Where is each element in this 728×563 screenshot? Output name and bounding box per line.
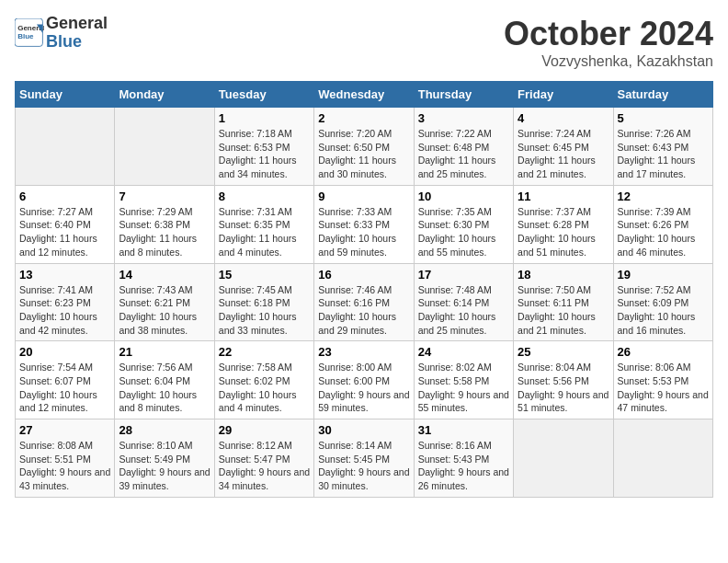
header-row: SundayMondayTuesdayWednesdayThursdayFrid…	[16, 82, 713, 108]
day-number: 13	[19, 268, 110, 282]
day-cell: 22Sunrise: 7:58 AMSunset: 6:02 PMDayligh…	[214, 341, 313, 419]
day-number: 30	[318, 423, 409, 437]
day-number: 21	[119, 345, 210, 359]
day-number: 9	[318, 190, 409, 203]
header-cell-sunday: Sunday	[16, 82, 115, 108]
day-number: 10	[418, 190, 509, 203]
day-info: Sunrise: 7:33 AMSunset: 6:33 PMDaylight:…	[318, 205, 409, 259]
day-cell: 8Sunrise: 7:31 AMSunset: 6:35 PMDaylight…	[214, 185, 313, 263]
header-cell-saturday: Saturday	[613, 82, 712, 108]
header-cell-tuesday: Tuesday	[214, 82, 313, 108]
day-cell: 27Sunrise: 8:08 AMSunset: 5:51 PMDayligh…	[16, 419, 115, 498]
header-cell-monday: Monday	[115, 82, 214, 108]
day-cell: 19Sunrise: 7:52 AMSunset: 6:09 PMDayligh…	[613, 263, 712, 341]
day-cell: 29Sunrise: 8:12 AMSunset: 5:47 PMDayligh…	[214, 419, 313, 498]
day-cell: 5Sunrise: 7:26 AMSunset: 6:43 PMDaylight…	[613, 108, 712, 186]
day-cell: 28Sunrise: 8:10 AMSunset: 5:49 PMDayligh…	[115, 419, 214, 498]
day-info: Sunrise: 8:16 AMSunset: 5:43 PMDaylight:…	[418, 439, 509, 493]
day-info: Sunrise: 8:14 AMSunset: 5:45 PMDaylight:…	[318, 439, 409, 493]
day-cell	[16, 108, 115, 186]
day-number: 19	[618, 268, 709, 282]
day-cell	[514, 419, 613, 498]
day-info: Sunrise: 7:41 AMSunset: 6:23 PMDaylight:…	[19, 283, 110, 338]
day-cell: 26Sunrise: 8:06 AMSunset: 5:53 PMDayligh…	[613, 341, 712, 419]
day-info: Sunrise: 7:56 AMSunset: 6:04 PMDaylight:…	[119, 361, 210, 415]
day-info: Sunrise: 7:50 AMSunset: 6:11 PMDaylight:…	[518, 283, 609, 338]
title-block: October 2024 Vozvyshenka, Kazakhstan	[504, 15, 713, 70]
day-number: 18	[518, 268, 609, 282]
day-cell: 10Sunrise: 7:35 AMSunset: 6:30 PMDayligh…	[414, 185, 513, 263]
day-number: 1	[219, 111, 310, 125]
logo-text: General Blue	[46, 15, 108, 52]
day-cell: 14Sunrise: 7:43 AMSunset: 6:21 PMDayligh…	[115, 263, 214, 341]
week-row-5: 27Sunrise: 8:08 AMSunset: 5:51 PMDayligh…	[16, 419, 713, 498]
day-info: Sunrise: 7:24 AMSunset: 6:45 PMDaylight:…	[518, 127, 609, 181]
location: Vozvyshenka, Kazakhstan	[504, 53, 713, 70]
week-row-1: 1Sunrise: 7:18 AMSunset: 6:53 PMDaylight…	[16, 108, 713, 186]
day-number: 2	[318, 111, 409, 125]
day-cell: 6Sunrise: 7:27 AMSunset: 6:40 PMDaylight…	[16, 185, 115, 263]
day-cell: 4Sunrise: 7:24 AMSunset: 6:45 PMDaylight…	[514, 108, 613, 186]
day-cell: 31Sunrise: 8:16 AMSunset: 5:43 PMDayligh…	[414, 419, 513, 498]
day-number: 7	[119, 190, 210, 203]
day-number: 8	[219, 190, 310, 203]
day-number: 28	[119, 423, 210, 437]
day-info: Sunrise: 7:27 AMSunset: 6:40 PMDaylight:…	[19, 205, 110, 259]
day-info: Sunrise: 7:37 AMSunset: 6:28 PMDaylight:…	[518, 205, 609, 259]
header-cell-friday: Friday	[514, 82, 613, 108]
day-info: Sunrise: 8:00 AMSunset: 6:00 PMDaylight:…	[318, 361, 409, 415]
day-number: 27	[19, 423, 110, 437]
day-number: 26	[618, 345, 709, 359]
day-info: Sunrise: 8:08 AMSunset: 5:51 PMDaylight:…	[19, 439, 110, 493]
day-info: Sunrise: 7:43 AMSunset: 6:21 PMDaylight:…	[119, 283, 210, 338]
day-number: 4	[518, 111, 609, 125]
day-info: Sunrise: 7:48 AMSunset: 6:14 PMDaylight:…	[418, 283, 509, 338]
day-cell: 11Sunrise: 7:37 AMSunset: 6:28 PMDayligh…	[514, 185, 613, 263]
week-row-2: 6Sunrise: 7:27 AMSunset: 6:40 PMDaylight…	[16, 185, 713, 263]
day-cell: 13Sunrise: 7:41 AMSunset: 6:23 PMDayligh…	[16, 263, 115, 341]
day-info: Sunrise: 7:31 AMSunset: 6:35 PMDaylight:…	[219, 205, 310, 259]
day-cell: 16Sunrise: 7:46 AMSunset: 6:16 PMDayligh…	[314, 263, 414, 341]
day-cell: 23Sunrise: 8:00 AMSunset: 6:00 PMDayligh…	[314, 341, 414, 419]
day-info: Sunrise: 7:39 AMSunset: 6:26 PMDaylight:…	[618, 205, 709, 259]
week-row-4: 20Sunrise: 7:54 AMSunset: 6:07 PMDayligh…	[16, 341, 713, 419]
day-number: 17	[418, 268, 509, 282]
day-cell	[115, 108, 214, 186]
day-number: 12	[618, 190, 709, 203]
day-cell: 20Sunrise: 7:54 AMSunset: 6:07 PMDayligh…	[16, 341, 115, 419]
day-info: Sunrise: 7:26 AMSunset: 6:43 PMDaylight:…	[618, 127, 709, 181]
calendar-table: SundayMondayTuesdayWednesdayThursdayFrid…	[15, 81, 713, 498]
day-number: 31	[418, 423, 509, 437]
week-row-3: 13Sunrise: 7:41 AMSunset: 6:23 PMDayligh…	[16, 263, 713, 341]
day-cell: 9Sunrise: 7:33 AMSunset: 6:33 PMDaylight…	[314, 185, 414, 263]
day-number: 15	[219, 268, 310, 282]
logo-icon: General Blue	[15, 18, 44, 48]
day-info: Sunrise: 7:35 AMSunset: 6:30 PMDaylight:…	[418, 205, 509, 259]
day-number: 23	[318, 345, 409, 359]
header-cell-wednesday: Wednesday	[314, 82, 414, 108]
day-cell: 15Sunrise: 7:45 AMSunset: 6:18 PMDayligh…	[214, 263, 313, 341]
day-number: 25	[518, 345, 609, 359]
day-info: Sunrise: 7:54 AMSunset: 6:07 PMDaylight:…	[19, 361, 110, 415]
day-cell: 21Sunrise: 7:56 AMSunset: 6:04 PMDayligh…	[115, 341, 214, 419]
day-info: Sunrise: 7:22 AMSunset: 6:48 PMDaylight:…	[418, 127, 509, 181]
month-title: October 2024	[504, 15, 713, 53]
day-info: Sunrise: 8:12 AMSunset: 5:47 PMDaylight:…	[219, 439, 310, 493]
day-cell: 24Sunrise: 8:02 AMSunset: 5:58 PMDayligh…	[414, 341, 513, 419]
day-cell: 1Sunrise: 7:18 AMSunset: 6:53 PMDaylight…	[214, 108, 313, 186]
day-cell: 2Sunrise: 7:20 AMSunset: 6:50 PMDaylight…	[314, 108, 414, 186]
day-cell: 18Sunrise: 7:50 AMSunset: 6:11 PMDayligh…	[514, 263, 613, 341]
svg-text:Blue: Blue	[17, 32, 34, 40]
day-number: 22	[219, 345, 310, 359]
day-info: Sunrise: 7:46 AMSunset: 6:16 PMDaylight:…	[318, 283, 409, 338]
day-info: Sunrise: 8:06 AMSunset: 5:53 PMDaylight:…	[618, 361, 709, 415]
day-info: Sunrise: 7:45 AMSunset: 6:18 PMDaylight:…	[219, 283, 310, 338]
day-cell: 12Sunrise: 7:39 AMSunset: 6:26 PMDayligh…	[613, 185, 712, 263]
page-header: General Blue General Blue October 2024 V…	[15, 15, 713, 70]
day-info: Sunrise: 8:10 AMSunset: 5:49 PMDaylight:…	[119, 439, 210, 493]
day-cell: 17Sunrise: 7:48 AMSunset: 6:14 PMDayligh…	[414, 263, 513, 341]
day-cell: 30Sunrise: 8:14 AMSunset: 5:45 PMDayligh…	[314, 419, 414, 498]
day-cell: 25Sunrise: 8:04 AMSunset: 5:56 PMDayligh…	[514, 341, 613, 419]
day-number: 29	[219, 423, 310, 437]
logo: General Blue General Blue	[15, 15, 108, 52]
